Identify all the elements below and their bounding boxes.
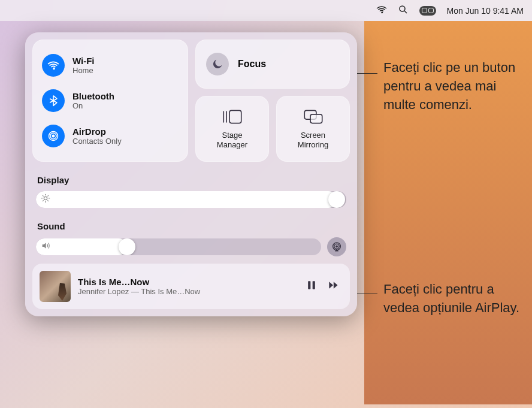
search-icon[interactable] [398, 4, 409, 17]
stage-manager-label: Stage Manager [217, 131, 247, 149]
sound-section: Sound [32, 215, 350, 259]
album-art [40, 271, 71, 302]
airdrop-toggle[interactable]: AirDrop Contacts Only [42, 125, 179, 147]
wifi-menubar-icon[interactable] [376, 4, 387, 17]
callout-airplay: Faceți clic pentru a vedea opțiunile Air… [383, 280, 527, 318]
focus-label: Focus [238, 59, 266, 69]
sound-slider-knob[interactable] [119, 238, 135, 255]
svg-point-0 [400, 6, 405, 11]
airdrop-icon [42, 125, 65, 147]
svg-line-16 [48, 201, 49, 201]
wifi-icon [42, 54, 65, 77]
display-slider[interactable] [36, 191, 346, 208]
display-label: Display [37, 175, 345, 185]
menubar: Mon Jun 10 9:41 AM [0, 0, 532, 21]
focus-button[interactable]: Focus [195, 40, 350, 89]
stage-manager-button[interactable]: Stage Manager [195, 96, 269, 162]
speaker-icon [41, 241, 50, 253]
svg-rect-22 [308, 281, 310, 289]
now-playing-title: This Is Me…Now [78, 277, 298, 287]
next-track-button[interactable] [327, 279, 339, 294]
now-playing-card[interactable]: This Is Me…Now Jennifer Lopez — This Is … [32, 264, 350, 309]
svg-point-19 [335, 245, 338, 247]
svg-line-17 [43, 201, 43, 201]
brightness-icon [41, 194, 50, 205]
svg-line-15 [43, 195, 43, 196]
display-section: Display [32, 169, 350, 210]
stage-manager-icon [222, 108, 243, 126]
moon-icon [206, 53, 229, 75]
display-slider-knob[interactable] [328, 191, 345, 208]
pause-button[interactable] [306, 279, 318, 294]
screen-mirroring-icon [303, 108, 324, 126]
airplay-audio-button[interactable] [327, 237, 346, 256]
now-playing-subtitle: Jennifer Lopez — This Is Me…Now [78, 287, 298, 296]
screen-mirroring-button[interactable]: Screen Mirroring [276, 96, 350, 162]
wifi-status: Home [72, 66, 95, 75]
svg-point-10 [44, 197, 47, 200]
svg-rect-9 [310, 114, 322, 123]
control-center-panel: Wi-Fi Home Bluetooth On AirDrop [25, 32, 357, 316]
bluetooth-status: On [72, 101, 114, 110]
callout-focus: Faceți clic pe un buton pentru a vedea m… [383, 59, 527, 114]
bluetooth-title: Bluetooth [72, 91, 114, 101]
svg-line-18 [48, 195, 49, 196]
airplay-icon [331, 241, 342, 252]
sound-label: Sound [37, 221, 345, 231]
wifi-title: Wi-Fi [72, 56, 95, 66]
wifi-toggle[interactable]: Wi-Fi Home [42, 54, 179, 77]
bluetooth-toggle[interactable]: Bluetooth On [42, 89, 179, 112]
menubar-datetime[interactable]: Mon Jun 10 9:41 AM [447, 6, 524, 16]
airdrop-status: Contacts Only [72, 137, 122, 146]
sound-slider[interactable] [36, 238, 321, 255]
screen-mirroring-label: Screen Mirroring [298, 131, 328, 149]
svg-point-2 [52, 134, 55, 137]
airdrop-title: AirDrop [72, 126, 122, 137]
svg-rect-23 [313, 281, 315, 289]
control-center-icon[interactable] [419, 6, 436, 16]
bluetooth-icon [42, 89, 65, 112]
svg-rect-7 [229, 111, 241, 123]
svg-line-1 [404, 11, 407, 13]
connectivity-card: Wi-Fi Home Bluetooth On AirDrop [32, 40, 188, 162]
